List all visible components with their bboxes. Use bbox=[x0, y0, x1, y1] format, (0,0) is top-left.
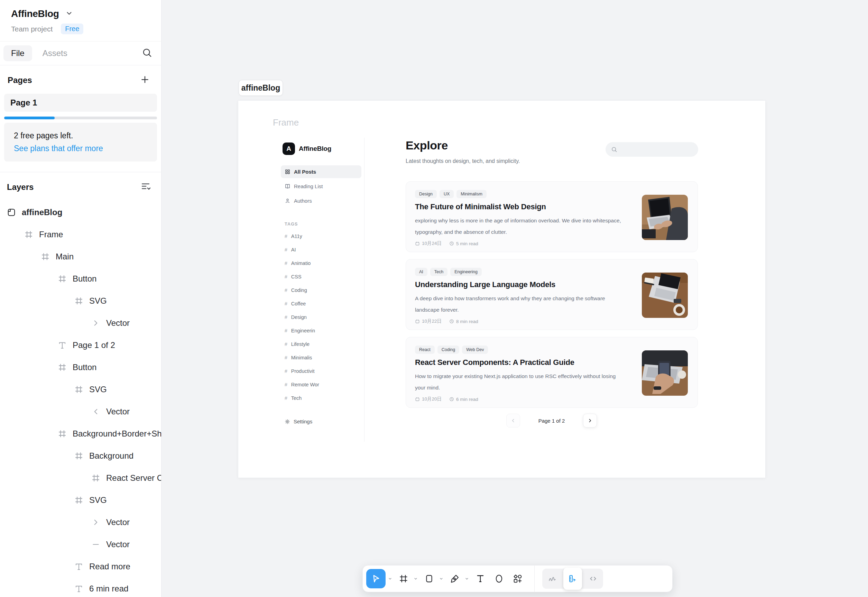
doc-chip[interactable]: affineBlog bbox=[239, 80, 283, 96]
text-tool-button[interactable] bbox=[473, 571, 488, 586]
pagination-prev-button[interactable] bbox=[506, 414, 520, 428]
scribble-mode-button[interactable] bbox=[543, 570, 561, 588]
layer-row[interactable]: Vector bbox=[0, 401, 161, 423]
post-card[interactable]: Design UX Minimalism The Future of Minim… bbox=[406, 181, 698, 252]
layer-row[interactable]: SVG bbox=[0, 379, 161, 401]
page-quota-progress-fill bbox=[4, 117, 55, 119]
plan-badge[interactable]: Free bbox=[61, 24, 83, 34]
mockup-tag[interactable]: #CSS bbox=[285, 272, 364, 281]
mockup-nav-reading-list[interactable]: Reading List bbox=[281, 180, 361, 193]
layer-row[interactable]: Page 1 of 2 bbox=[0, 334, 161, 356]
frame-tool-button[interactable] bbox=[396, 571, 411, 586]
post-tag-pill: React bbox=[415, 346, 435, 354]
layer-row[interactable]: SVG bbox=[0, 489, 161, 511]
layer-row[interactable]: Button bbox=[0, 356, 161, 379]
shapes-library-button[interactable] bbox=[510, 571, 525, 586]
square-icon bbox=[424, 574, 434, 584]
frame-icon bbox=[74, 451, 83, 460]
mockup-tag[interactable]: #Minimalis bbox=[285, 353, 364, 362]
post-card[interactable]: AI Tech Engineering Understanding Large … bbox=[406, 259, 698, 330]
layer-row[interactable]: Vector bbox=[0, 533, 161, 555]
post-date: 10月20日 bbox=[415, 396, 442, 402]
mockup-nav-all-posts[interactable]: All Posts bbox=[281, 165, 361, 178]
frame-icon bbox=[58, 274, 67, 283]
layer-row[interactable]: Vector bbox=[0, 312, 161, 334]
mockup-tag[interactable]: #Tech bbox=[285, 394, 364, 402]
mockup-tag[interactable]: #Design bbox=[285, 313, 364, 322]
post-card[interactable]: React Coding Web Dev React Server Compon… bbox=[406, 337, 698, 408]
mockup-tag[interactable]: #Coffee bbox=[285, 299, 364, 308]
mockup-tag[interactable]: #Coding bbox=[285, 286, 364, 295]
layer-row[interactable]: Vector bbox=[0, 511, 161, 533]
page-icon bbox=[7, 208, 16, 217]
clock-icon bbox=[449, 241, 454, 246]
hash-icon: # bbox=[285, 395, 287, 401]
mockup-tag[interactable]: #AI bbox=[285, 245, 364, 254]
hash-icon: # bbox=[285, 274, 287, 279]
workspace-title[interactable]: AffineBlog bbox=[11, 8, 59, 19]
frame-label[interactable]: Frame bbox=[273, 117, 299, 128]
post-excerpt: exploring why less is more in the age of… bbox=[415, 215, 622, 238]
cursor-icon bbox=[371, 573, 381, 584]
layer-row[interactable]: affineBlog bbox=[0, 201, 161, 223]
edgeless-toolbar bbox=[362, 565, 673, 592]
workspace-type-label: Team project bbox=[11, 25, 53, 33]
toolbar-divider bbox=[534, 565, 535, 592]
frame-tool-caret[interactable] bbox=[413, 576, 418, 581]
tab-assets[interactable]: Assets bbox=[43, 48, 67, 58]
shape-tool-caret[interactable] bbox=[439, 576, 444, 581]
layer-row[interactable]: Button bbox=[0, 268, 161, 290]
shape-tool-button[interactable] bbox=[421, 571, 437, 586]
mockup-tag[interactable]: #Engineerin bbox=[285, 326, 364, 335]
hash-icon: # bbox=[285, 315, 287, 320]
post-tag-pill: AI bbox=[415, 268, 427, 276]
post-thumbnail bbox=[642, 273, 688, 318]
frame-icon bbox=[399, 574, 408, 584]
code-mode-button[interactable] bbox=[584, 570, 602, 588]
mockup-page-title[interactable]: Explore bbox=[406, 139, 448, 152]
collapse-all-icon[interactable] bbox=[140, 181, 151, 193]
pagination-next-button[interactable] bbox=[583, 414, 597, 428]
mockup-tag[interactable]: #Lifestyle bbox=[285, 340, 364, 349]
add-page-icon[interactable] bbox=[140, 74, 150, 86]
mockup-brand: AffineBlog bbox=[299, 145, 331, 153]
select-tool-caret[interactable] bbox=[388, 576, 393, 581]
mockup-search-box[interactable] bbox=[605, 142, 698, 157]
person-icon bbox=[285, 198, 291, 204]
layer-row[interactable]: Background bbox=[0, 445, 161, 467]
mockup-tag[interactable]: #Remote Wor bbox=[285, 380, 364, 389]
clock-icon bbox=[449, 397, 454, 402]
post-tag-pill: Engineering bbox=[450, 268, 482, 276]
chevron-down-icon[interactable] bbox=[65, 9, 73, 18]
select-tool-button[interactable] bbox=[366, 569, 386, 588]
mockup-tag[interactable]: #Animatio bbox=[285, 259, 364, 268]
layer-row[interactable]: Read more bbox=[0, 555, 161, 578]
mockup-tag[interactable]: #Productivit bbox=[285, 367, 364, 376]
see-plans-link[interactable]: See plans that offer more bbox=[14, 144, 147, 153]
mockup-nav-authors[interactable]: Authors bbox=[281, 195, 361, 207]
calendar-icon bbox=[415, 397, 420, 402]
layer-row[interactable]: 6 min read bbox=[0, 578, 161, 597]
ellipse-tool-button[interactable] bbox=[491, 571, 507, 586]
layer-row[interactable]: Main bbox=[0, 246, 161, 268]
mockup-pagination: Page 1 of 2 bbox=[506, 414, 597, 428]
layer-row[interactable]: SVG bbox=[0, 290, 161, 312]
mockup-tag[interactable]: #A11y bbox=[285, 232, 364, 241]
tab-file[interactable]: File bbox=[3, 45, 32, 61]
layer-row[interactable]: Frame bbox=[0, 223, 161, 246]
frame-icon bbox=[58, 429, 67, 438]
layers-section: Layers affineBlog Frame Main bbox=[0, 172, 161, 597]
post-title: Understanding Large Language Models bbox=[415, 280, 555, 289]
search-icon[interactable] bbox=[142, 48, 152, 59]
mockup-settings[interactable]: Settings bbox=[285, 419, 312, 425]
post-read-time: 8 min read bbox=[449, 319, 478, 324]
edgeless-canvas[interactable]: affineBlog Frame A AffineBlog All Posts … bbox=[162, 0, 868, 597]
pen-tool-caret[interactable] bbox=[464, 576, 469, 581]
design-frame[interactable]: Frame A AffineBlog All Posts Reading Lis… bbox=[238, 100, 766, 478]
page-list-item[interactable]: Page 1 bbox=[4, 94, 157, 112]
pen-tool-button[interactable] bbox=[447, 571, 462, 586]
mockup-tags-title: TAGS bbox=[285, 222, 364, 227]
layer-row[interactable]: React Server C bbox=[0, 467, 161, 489]
design-mode-button[interactable] bbox=[563, 567, 582, 590]
layer-row[interactable]: Background+Border+Sha bbox=[0, 423, 161, 445]
